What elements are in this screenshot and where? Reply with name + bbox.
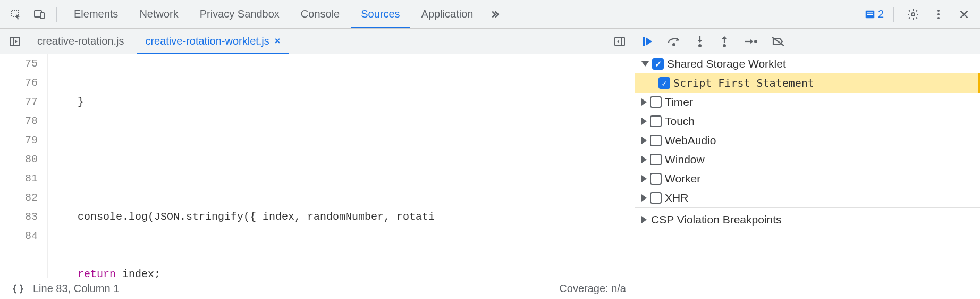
bp-item-script-first-statement[interactable]: Script First Statement	[635, 73, 980, 93]
svg-rect-10	[10, 37, 20, 46]
svg-point-7	[937, 10, 940, 12]
chevron-right-icon[interactable]	[641, 137, 647, 144]
svg-point-8	[937, 13, 940, 15]
checkbox[interactable]	[658, 77, 670, 89]
chevron-right-icon[interactable]	[641, 175, 647, 182]
file-tab-label: creative-rotation.js	[37, 35, 124, 47]
tab-sources[interactable]: Sources	[351, 0, 409, 28]
code-line: return index;	[52, 265, 635, 278]
panel-tabs: Elements Network Privacy Sandbox Console…	[64, 0, 504, 28]
chevron-right-icon[interactable]	[641, 156, 647, 163]
code-line: console.log(JSON.stringify({ index, rand…	[52, 207, 635, 227]
file-tab-label: creative-rotation-worklet.js	[145, 35, 269, 47]
issues-count: 2	[878, 8, 884, 20]
section-label: CSP Violation Breakpoints	[651, 213, 782, 226]
chevron-right-icon[interactable]	[641, 194, 647, 202]
close-tab-icon[interactable]: ×	[275, 36, 281, 47]
svg-rect-2	[40, 13, 44, 19]
svg-point-21	[754, 40, 757, 43]
close-icon[interactable]	[954, 5, 974, 24]
settings-icon[interactable]	[903, 5, 923, 24]
tab-application[interactable]: Application	[412, 0, 483, 28]
bp-group-timer[interactable]: Timer	[635, 93, 980, 112]
bp-group-touch[interactable]: Touch	[635, 112, 980, 131]
code-line	[52, 150, 635, 169]
svg-point-19	[723, 44, 726, 47]
code-content: } console.log(JSON.stringify({ index, ra…	[48, 54, 635, 278]
chevron-right-icon[interactable]	[641, 118, 647, 125]
step-over-icon[interactable]	[667, 36, 681, 47]
checkbox[interactable]	[650, 135, 662, 146]
deactivate-breakpoints-icon[interactable]	[771, 36, 785, 47]
divider	[893, 7, 894, 22]
code-line: }	[52, 93, 635, 112]
cursor-position: Line 83, Column 1	[33, 283, 119, 295]
step-icon[interactable]	[744, 36, 757, 47]
tab-privacy-sandbox[interactable]: Privacy Sandbox	[190, 0, 289, 28]
bp-group-worker[interactable]: Worker	[635, 169, 980, 188]
more-tabs-icon[interactable]	[485, 5, 504, 24]
svg-rect-12	[615, 37, 624, 46]
resume-icon[interactable]	[640, 35, 653, 48]
svg-rect-4	[867, 12, 873, 13]
svg-point-17	[698, 44, 702, 47]
breakpoint-list: Shared Storage Worklet Script First Stat…	[635, 54, 980, 299]
navigator-toggle-icon[interactable]	[5, 32, 24, 51]
status-bar: Line 83, Column 1 Coverage: n/a	[0, 278, 635, 299]
debugger-panel: Shared Storage Worklet Script First Stat…	[635, 29, 980, 299]
bp-group-shared-storage[interactable]: Shared Storage Worklet	[635, 54, 980, 73]
svg-rect-5	[867, 14, 873, 15]
code-editor[interactable]: 75 76 77 78 79 80 81 82 83 84 } console.…	[0, 54, 635, 278]
tab-elements[interactable]: Elements	[64, 0, 128, 28]
file-tab-creative-rotation[interactable]: creative-rotation.js	[29, 29, 132, 54]
bp-group-window[interactable]: Window	[635, 150, 980, 169]
chevron-down-icon[interactable]	[641, 61, 649, 67]
tab-network[interactable]: Network	[130, 0, 188, 28]
divider	[56, 7, 57, 22]
line-numbers: 75 76 77 78 79 80 81 82 83 84	[0, 54, 48, 278]
debugger-toolbar	[635, 29, 980, 54]
checkbox[interactable]	[650, 173, 662, 185]
sources-panel: creative-rotation.js creative-rotation-w…	[0, 29, 635, 299]
bp-group-xhr[interactable]: XHR	[635, 188, 980, 207]
bp-group-label: Timer	[665, 96, 693, 109]
bp-group-webaudio[interactable]: WebAudio	[635, 131, 980, 150]
checkbox[interactable]	[652, 58, 664, 70]
bp-item-label: Script First Statement	[673, 77, 814, 89]
checkbox[interactable]	[650, 96, 662, 108]
device-toggle-icon[interactable]	[30, 5, 49, 24]
format-icon[interactable]	[9, 279, 28, 298]
issues-badge[interactable]: 2	[864, 8, 884, 20]
svg-point-9	[937, 17, 940, 19]
step-into-icon[interactable]	[695, 35, 705, 48]
step-out-icon[interactable]	[719, 35, 730, 48]
bp-group-label: Touch	[665, 115, 695, 128]
chevron-right-icon[interactable]	[641, 98, 647, 106]
bp-group-label: WebAudio	[665, 134, 716, 147]
file-tabs: creative-rotation.js creative-rotation-w…	[0, 29, 635, 54]
file-tab-creative-rotation-worklet[interactable]: creative-rotation-worklet.js ×	[137, 29, 289, 54]
section-csp-violation[interactable]: CSP Violation Breakpoints	[635, 207, 980, 231]
devtools-toolbar: Elements Network Privacy Sandbox Console…	[0, 0, 980, 29]
coverage-label: Coverage: n/a	[559, 283, 626, 295]
checkbox[interactable]	[650, 154, 662, 165]
svg-point-6	[911, 13, 915, 16]
checkbox[interactable]	[650, 115, 662, 127]
svg-rect-14	[643, 37, 645, 46]
checkbox[interactable]	[650, 192, 662, 204]
svg-point-15	[672, 43, 675, 46]
bp-group-label: Shared Storage Worklet	[667, 57, 786, 70]
kebab-menu-icon[interactable]	[929, 5, 948, 24]
bp-group-label: Window	[665, 153, 705, 166]
inspect-icon[interactable]	[6, 5, 26, 24]
toolbar-right: 2	[864, 5, 974, 24]
debugger-toggle-icon[interactable]	[610, 32, 629, 51]
chevron-right-icon[interactable]	[641, 216, 647, 223]
bp-group-label: XHR	[665, 192, 688, 204]
content-area: creative-rotation.js creative-rotation-w…	[0, 29, 980, 299]
tab-console[interactable]: Console	[291, 0, 349, 28]
bp-group-label: Worker	[665, 172, 700, 185]
